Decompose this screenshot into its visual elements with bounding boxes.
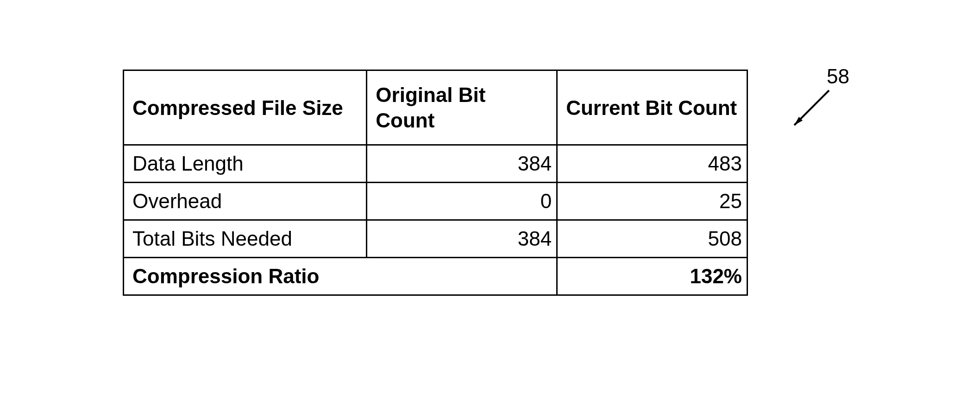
header-original-bit-count: Original Bit Count [367, 70, 557, 145]
table-header-row: Compressed File Size Original Bit Count … [124, 70, 748, 145]
table-row: Total Bits Needed 384 508 [124, 220, 748, 258]
cell-total-bits-current: 508 [557, 220, 748, 258]
compression-ratio-label: Compression Ratio [124, 258, 557, 295]
cell-data-length-original: 384 [367, 145, 557, 183]
table-row: Data Length 384 483 [124, 145, 748, 183]
header-current-bit-count: Current Bit Count [557, 70, 748, 145]
compression-ratio-value: 132% [557, 258, 748, 295]
figure-callout-58: 58 [785, 65, 878, 139]
compression-table: Compressed File Size Original Bit Count … [123, 70, 748, 296]
arrow-icon [785, 83, 836, 134]
cell-overhead-current: 25 [557, 183, 748, 220]
table-row: Overhead 0 25 [124, 183, 748, 220]
row-label-total-bits: Total Bits Needed [124, 220, 367, 258]
compression-table-wrap: Compressed File Size Original Bit Count … [123, 70, 748, 296]
table-row-ratio: Compression Ratio 132% [124, 258, 748, 295]
cell-overhead-original: 0 [367, 183, 557, 220]
cell-total-bits-original: 384 [367, 220, 557, 258]
row-label-data-length: Data Length [124, 145, 367, 183]
cell-data-length-current: 483 [557, 145, 748, 183]
row-label-overhead: Overhead [124, 183, 367, 220]
header-compressed-file-size: Compressed File Size [124, 70, 367, 145]
